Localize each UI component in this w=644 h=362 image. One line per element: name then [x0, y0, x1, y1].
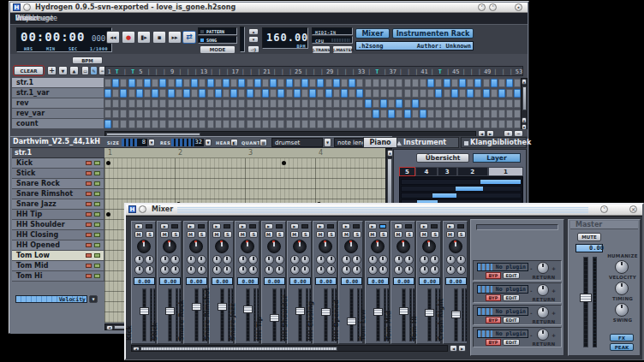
song-cell[interactable]	[404, 99, 411, 108]
song-cell[interactable]	[356, 110, 363, 118]
song-cell[interactable]	[294, 99, 301, 108]
song-grid-row-str.1_var[interactable]	[104, 88, 523, 98]
strip-mute-button[interactable]: M	[265, 231, 273, 238]
instrument-solo-button[interactable]	[94, 181, 100, 186]
song-cell[interactable]	[373, 89, 379, 98]
tab-instrument[interactable]: Instrument	[393, 137, 459, 148]
strip-solo-button[interactable]: S	[457, 231, 466, 238]
song-cell[interactable]	[144, 89, 151, 98]
strip-fx1-send-knob[interactable]	[368, 255, 378, 264]
strip-mute-button[interactable]: M	[238, 231, 247, 238]
song-cell[interactable]	[168, 89, 175, 98]
strip-pan-knob[interactable]	[163, 240, 176, 253]
instrument-row-stick[interactable]: Stick	[12, 169, 104, 179]
song-cell[interactable]	[152, 99, 158, 108]
forward-button[interactable]: ▸▸	[168, 31, 182, 44]
song-cell[interactable]	[388, 79, 395, 87]
instrument-mute-button[interactable]	[86, 253, 92, 258]
strip-fx1-send-knob[interactable]	[290, 255, 300, 264]
strip-pan-knob[interactable]	[449, 240, 462, 253]
song-cell[interactable]	[120, 89, 127, 98]
song-cell[interactable]	[349, 89, 355, 98]
song-cell[interactable]	[467, 110, 474, 118]
song-cell[interactable]	[380, 110, 387, 118]
song-cell[interactable]	[317, 99, 324, 108]
song-cell[interactable]	[199, 89, 206, 98]
song-cell[interactable]	[136, 89, 143, 98]
song-cell[interactable]	[459, 120, 466, 128]
song-cell[interactable]	[412, 120, 419, 128]
instrument-mute-button[interactable]	[86, 171, 92, 175]
uebersicht-tab-button[interactable]: Übersicht	[416, 153, 469, 163]
master-swing-knob[interactable]	[615, 303, 629, 317]
song-cell[interactable]	[467, 89, 474, 98]
instrument-solo-button[interactable]	[94, 233, 100, 237]
song-cell[interactable]	[144, 110, 151, 118]
song-cell[interactable]	[491, 110, 498, 118]
song-cell[interactable]	[199, 99, 206, 108]
song-cell[interactable]	[270, 89, 277, 98]
strip-solo-button[interactable]: S	[431, 231, 439, 238]
strip-fx4-send-knob[interactable]	[170, 265, 180, 275]
song-cell[interactable]	[215, 79, 222, 87]
strip-fx1-send-knob[interactable]	[238, 255, 247, 264]
layer-velocity-bar[interactable]	[480, 180, 521, 184]
song-cell[interactable]	[238, 89, 245, 98]
song-cell[interactable]	[230, 120, 237, 128]
strip-fader-handle[interactable]	[218, 303, 227, 311]
song-cell[interactable]	[373, 99, 379, 108]
song-cell[interactable]	[301, 99, 308, 108]
mixer-titlebar[interactable]: H Mixer ˅ ✕	[126, 205, 642, 216]
song-cell[interactable]	[112, 89, 119, 98]
song-cell[interactable]	[191, 99, 198, 108]
song-grid-row-rev[interactable]	[104, 98, 523, 109]
song-cell[interactable]	[215, 110, 222, 118]
strip-fx4-send-knob[interactable]	[248, 265, 258, 275]
instrument-row-tom-mid[interactable]: Tom Mid	[12, 261, 104, 271]
song-cell[interactable]	[199, 110, 206, 118]
strip-fader-handle[interactable]	[295, 307, 305, 315]
song-cell[interactable]	[120, 99, 127, 108]
song-cell[interactable]	[365, 79, 372, 87]
instrument-solo-button[interactable]	[94, 212, 100, 217]
song-cell[interactable]	[474, 99, 481, 108]
sound-source-dropdown-arrow[interactable]: ▼	[324, 138, 331, 147]
song-cell[interactable]	[223, 110, 230, 118]
song-cell[interactable]	[325, 89, 332, 98]
res-lcd[interactable]: 32	[171, 139, 204, 146]
strip-fx2-send-knob[interactable]	[275, 255, 284, 264]
strip-mute-button[interactable]: M	[368, 231, 377, 238]
song-cell[interactable]	[270, 110, 277, 118]
song-cell[interactable]	[112, 110, 119, 118]
song-cell[interactable]	[254, 79, 261, 87]
song-cell[interactable]	[356, 89, 363, 98]
instrument-mute-button[interactable]	[86, 181, 92, 186]
song-cell[interactable]	[168, 99, 175, 108]
song-cell[interactable]	[254, 99, 261, 108]
song-cell[interactable]	[491, 99, 498, 108]
song-cell[interactable]	[262, 110, 269, 118]
song-cell[interactable]	[238, 120, 245, 128]
song-cell[interactable]	[191, 110, 198, 118]
song-cell[interactable]	[301, 120, 308, 128]
song-cell[interactable]	[176, 110, 182, 118]
fx-plugin-name-display[interactable]: No plugin	[477, 307, 528, 316]
layer-velocity-bar[interactable]	[456, 187, 483, 191]
song-cell[interactable]	[277, 89, 284, 98]
song-cell[interactable]	[191, 120, 198, 128]
strip-fx2-send-knob[interactable]	[404, 255, 414, 264]
note-dot[interactable]	[282, 161, 286, 165]
fx-plugin-name-display[interactable]: No plugin	[477, 329, 528, 338]
song-cell[interactable]	[451, 99, 458, 108]
song-cell[interactable]	[459, 89, 466, 98]
song-cell[interactable]	[365, 89, 372, 98]
song-cell[interactable]	[309, 89, 316, 98]
song-cell[interactable]	[317, 89, 324, 98]
song-cell[interactable]	[404, 120, 411, 128]
song-cell[interactable]	[356, 79, 363, 87]
song-cell[interactable]	[120, 110, 127, 118]
song-cell[interactable]	[498, 120, 505, 128]
song-cell[interactable]	[317, 79, 324, 87]
strip-fx4-send-knob[interactable]	[456, 265, 466, 275]
song-cell[interactable]	[333, 99, 340, 108]
